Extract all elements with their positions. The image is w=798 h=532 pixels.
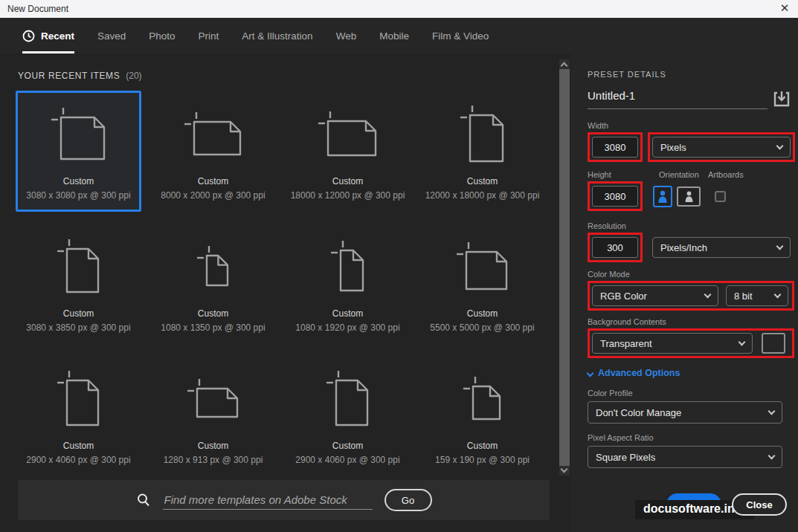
document-icon — [454, 241, 511, 292]
document-icon-wrap — [18, 93, 139, 176]
save-preset-icon[interactable] — [772, 89, 791, 108]
window-title: New Document — [7, 4, 68, 14]
artboards-checkbox[interactable] — [715, 191, 726, 202]
recent-item[interactable]: Custom2900 x 4060 px @ 300 ppi — [16, 355, 141, 476]
resolution-unit-dropdown[interactable]: Pixels/Inch — [652, 237, 791, 258]
height-input[interactable] — [592, 186, 638, 207]
scroll-up-icon[interactable] — [561, 62, 568, 70]
resolution-label: Resolution — [588, 221, 798, 230]
tab-film-video[interactable]: Film & Video — [432, 18, 489, 53]
vertical-scrollbar[interactable] — [559, 59, 570, 476]
width-input[interactable] — [592, 137, 638, 158]
document-icon-wrap — [152, 225, 274, 308]
category-tab-bar: RecentSavedPhotoPrintArt & IllustrationW… — [0, 18, 798, 53]
pixel-aspect-ratio-dropdown[interactable]: Square Pixels — [588, 446, 782, 468]
recent-item-dimensions: 1280 x 913 px @ 300 ppi — [164, 455, 263, 465]
recent-item[interactable]: Custom8000 x 2000 px @ 300 ppi — [150, 91, 276, 212]
tab-photo[interactable]: Photo — [149, 18, 175, 53]
orientation-portrait-button[interactable] — [653, 186, 672, 207]
bit-depth-dropdown[interactable]: 8 bit — [726, 285, 788, 306]
document-icon — [324, 370, 372, 428]
highlight-box: Transparent — [588, 328, 794, 358]
chevron-down-icon — [704, 291, 712, 299]
chevron-down-icon — [768, 452, 776, 460]
close-button[interactable]: Close — [732, 493, 787, 516]
recent-item[interactable]: Custom3080 x 3080 px @ 300 ppi — [16, 91, 141, 212]
tab-label: Saved — [97, 30, 126, 42]
document-icon — [458, 105, 507, 164]
recent-item-name: Custom — [198, 176, 228, 186]
tab-label: Print — [199, 30, 219, 42]
document-icon-wrap — [422, 225, 543, 308]
recent-item-name: Custom — [467, 308, 498, 319]
recent-item[interactable]: Custom18000 x 12000 px @ 300 ppi — [285, 91, 411, 212]
tab-recent[interactable]: Recent — [22, 18, 74, 53]
stock-search-input[interactable] — [163, 490, 373, 510]
scrollbar-thumb[interactable] — [559, 69, 570, 466]
recent-item-name: Custom — [63, 441, 94, 451]
resolution-input[interactable] — [592, 237, 638, 258]
tab-print[interactable]: Print — [199, 18, 219, 53]
orientation-landscape-button[interactable] — [677, 186, 701, 207]
recent-item[interactable]: Custom1280 x 913 px @ 300 ppi — [150, 355, 276, 476]
chevron-down-icon — [776, 243, 784, 250]
unit-dropdown[interactable]: Pixels — [652, 137, 791, 158]
color-mode-label: Color Mode — [588, 270, 798, 279]
background-color-swatch[interactable] — [762, 333, 785, 354]
clock-icon — [22, 30, 35, 42]
recent-item[interactable]: Custom1080 x 1350 px @ 300 ppi — [150, 223, 276, 344]
tab-saved[interactable]: Saved — [97, 18, 126, 53]
recent-item-dimensions: 8000 x 2000 px @ 300 ppi — [161, 190, 265, 201]
recent-item-dimensions: 2900 x 4060 px @ 300 ppi — [295, 455, 399, 465]
recent-item-name: Custom — [332, 441, 363, 451]
document-name-field[interactable]: Untitled-1 — [588, 89, 768, 109]
spacer: Pixels/Inch — [648, 233, 795, 262]
recent-items-pane: YOUR RECENT ITEMS (20) Custom3080 x 3080… — [0, 53, 571, 532]
adobe-stock-search-bar: Go — [18, 480, 550, 520]
document-icon-wrap — [18, 225, 139, 308]
recent-item-name: Custom — [63, 176, 94, 186]
recent-item[interactable]: Custom5500 x 5000 px @ 300 ppi — [419, 223, 545, 344]
advanced-options-toggle[interactable]: Advanced Options — [588, 368, 798, 378]
preset-grid: Custom3080 x 3080 px @ 300 ppiCustom8000… — [16, 91, 571, 476]
tab-mobile[interactable]: Mobile — [379, 18, 409, 53]
go-button[interactable]: Go — [384, 489, 432, 511]
document-icon — [195, 245, 232, 288]
tab-label: Art & Illustration — [242, 30, 312, 42]
color-mode-dropdown[interactable]: RGB Color — [592, 285, 718, 306]
recent-item[interactable]: Custom1080 x 1920 px @ 300 ppi — [285, 223, 411, 344]
document-icon-wrap — [287, 93, 408, 176]
background-contents-dropdown[interactable]: Transparent — [592, 333, 753, 354]
chevron-down-icon — [768, 408, 776, 415]
document-icon — [182, 111, 245, 158]
tab-label: Film & Video — [432, 30, 489, 42]
tab-art-illustration[interactable]: Art & Illustration — [242, 18, 312, 53]
document-icon — [461, 376, 504, 422]
recent-item-dimensions: 3080 x 3080 px @ 300 ppi — [26, 190, 130, 201]
recent-item-dimensions: 5500 x 5000 px @ 300 ppi — [430, 322, 534, 333]
scroll-down-icon[interactable] — [561, 466, 568, 473]
tab-web[interactable]: Web — [336, 18, 357, 53]
recent-item-dimensions: 12000 x 18000 px @ 300 ppi — [425, 190, 540, 201]
recent-item-name: Custom — [198, 441, 228, 451]
highlight-box — [588, 181, 643, 211]
color-profile-dropdown[interactable]: Don't Color Manage — [588, 401, 782, 424]
recent-item[interactable]: Custom3080 x 3850 px @ 300 ppi — [16, 223, 141, 344]
recent-item-dimensions: 159 x 190 px @ 300 ppi — [435, 455, 530, 465]
landscape-icon — [683, 190, 695, 203]
title-bar: New Document ✕ — [0, 0, 798, 18]
recent-item[interactable]: Custom159 x 190 px @ 300 ppi — [419, 355, 545, 476]
document-icon — [185, 378, 242, 420]
document-icon-wrap — [152, 357, 274, 441]
highlight-box: Pixels — [648, 132, 795, 162]
recent-item-name: Custom — [467, 441, 498, 451]
width-label: Width — [588, 121, 798, 130]
recent-item[interactable]: Custom12000 x 18000 px @ 300 ppi — [419, 91, 545, 212]
recent-item-name: Custom — [63, 308, 94, 319]
recent-items-heading: YOUR RECENT ITEMS (20) — [18, 71, 571, 81]
recent-item[interactable]: Custom2900 x 4060 px @ 300 ppi — [285, 355, 411, 476]
window-close-icon[interactable]: ✕ — [779, 2, 791, 14]
chevron-down-icon — [776, 143, 784, 150]
new-document-dialog: New Document ✕ RecentSavedPhotoPrintArt … — [0, 0, 798, 532]
recent-item-dimensions: 1080 x 1350 px @ 300 ppi — [161, 322, 265, 333]
